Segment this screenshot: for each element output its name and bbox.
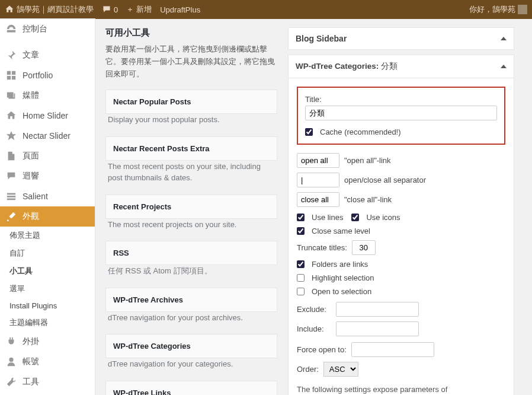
widget-item-title: RSS — [106, 241, 277, 265]
openall-label: "open all"-link — [344, 156, 391, 165]
separator-label: open/close all separator — [344, 176, 426, 184]
widget-form: Title: Cache (recommended!) "open all"-l… — [289, 78, 514, 395]
sidebar-panel-column: Blog Sidebar WP-dTree Categories: 分類 Tit… — [288, 27, 514, 395]
folderslinks-label: Folders are links — [312, 260, 368, 269]
home-icon — [5, 5, 14, 14]
order-label: Order: — [297, 365, 319, 374]
widget-instance-panel: WP-dTree Categories: 分類 Title: Cache (re… — [288, 55, 514, 395]
openall-input[interactable] — [297, 153, 339, 168]
blog-sidebar-header[interactable]: Blog Sidebar — [289, 28, 514, 49]
folderslinks-checkbox[interactable] — [297, 260, 305, 268]
sidebar-item-salient[interactable]: Salient — [0, 186, 95, 206]
widget-item[interactable]: Nectar Popular Posts — [105, 90, 277, 114]
sidebar-item-settings[interactable]: 設定 — [0, 392, 95, 395]
useicons-checkbox[interactable] — [351, 214, 359, 221]
widget-item[interactable]: Recent Projects — [105, 195, 277, 219]
plug-icon — [6, 336, 17, 347]
comments-link[interactable]: 0 — [102, 5, 118, 14]
separator-input[interactable] — [297, 173, 339, 187]
widget-instance-title: 分類 — [381, 62, 398, 71]
sidebar-item-plugins[interactable]: 外掛 — [0, 332, 95, 352]
include-input[interactable] — [336, 321, 419, 336]
page-icon — [6, 151, 17, 161]
sidebar-item-users[interactable]: 帳號 — [0, 352, 95, 372]
sidebar-item-media[interactable]: 媒體 — [0, 85, 95, 106]
highlight-label: Highlight selection — [312, 273, 374, 282]
avatar — [518, 5, 527, 14]
sidebar-item-portfolio[interactable]: Portfolio — [0, 65, 95, 85]
widget-item[interactable]: RSS — [105, 241, 277, 265]
blog-sidebar-panel: Blog Sidebar — [288, 27, 514, 50]
updraft-link[interactable]: UpdraftPlus — [160, 5, 200, 14]
closesame-checkbox[interactable] — [297, 227, 305, 235]
closeall-label: "close all"-link — [344, 195, 392, 204]
highlight-box: Title: Cache (recommended!) — [297, 87, 505, 145]
sidebar-item-comments[interactable]: 迴響 — [0, 166, 95, 186]
widget-item-title: Nectar Recent Posts Extra — [106, 137, 277, 160]
opensel-label: Open to selection — [312, 287, 371, 296]
cache-label: Cache (recommended!) — [320, 128, 401, 136]
widget-item-title: WP-dTree Categories — [106, 335, 277, 358]
grid-icon — [6, 70, 17, 81]
order-select[interactable]: ASC — [323, 362, 358, 377]
media-icon — [6, 90, 17, 101]
widget-item-title: Recent Projects — [106, 195, 277, 218]
widget-item-title: Nectar Popular Posts — [106, 90, 277, 113]
sidebar-item-nectarslider[interactable]: Nectar Slider — [0, 126, 95, 146]
sidebar-item-dashboard[interactable]: 控制台 — [0, 19, 95, 39]
pin-icon — [6, 50, 17, 60]
blog-sidebar-title: Blog Sidebar — [296, 34, 347, 43]
widget-instance-header[interactable]: WP-dTree Categories: 分類 — [289, 55, 514, 78]
truncate-input[interactable] — [352, 240, 376, 255]
caret-up-icon — [501, 37, 507, 40]
content-area: 可用小工具 要啟用某一個小工具，將它拖曳到側邊欄或點擊它。要停用某一個小工具及刪… — [95, 19, 525, 395]
greeting[interactable]: 你好，鵠學苑 — [469, 4, 527, 15]
sidebar-sub-widgets[interactable]: 小工具 — [0, 262, 95, 280]
widget-item-title: WP-dTree Archives — [106, 288, 277, 311]
add-new-label: 新增 — [136, 4, 152, 15]
sidebar-item-homeslider[interactable]: Home Slider — [0, 106, 95, 126]
opensel-checkbox[interactable] — [297, 288, 305, 295]
sidebar-item-appearance[interactable]: 外觀 — [0, 206, 95, 227]
sidebar-sub-editor[interactable]: 主題編輯器 — [0, 314, 95, 332]
widget-item[interactable]: WP-dTree Categories — [105, 334, 277, 358]
home-icon — [6, 110, 17, 121]
widget-item[interactable]: Nectar Recent Posts Extra — [105, 136, 277, 161]
uselines-checkbox[interactable] — [297, 214, 305, 221]
widget-item[interactable]: WP-dTree Links — [105, 381, 277, 395]
available-widgets-desc: 要啟用某一個小工具，將它拖曳到側邊欄或點擊它。要停用某一個小工具及刪除其設定，將… — [105, 43, 277, 80]
sidebar-sub-themes[interactable]: 佈景主題 — [0, 227, 95, 244]
admin-bar: 鵠學苑｜網頁設計教學 0 ＋ 新增 UpdraftPlus 你好，鵠學苑 — [0, 0, 532, 19]
useicons-label: Use icons — [366, 213, 400, 222]
user-icon — [6, 356, 17, 367]
comments-count: 0 — [114, 5, 118, 14]
widget-item-desc: The most recent posts on your site, incl… — [105, 161, 277, 195]
sidebar-sub-menus[interactable]: 選單 — [0, 280, 95, 298]
title-input[interactable] — [305, 106, 497, 120]
widget-item-desc: 任何 RSS 或 Atom 訂閱項目。 — [105, 265, 277, 288]
admin-sidebar: 控制台 文章 Portfolio 媒體 Home Slider Nectar S… — [0, 19, 95, 395]
footnote: The following settings expose parameters… — [297, 384, 505, 395]
forceopen-input[interactable] — [351, 342, 434, 357]
exclude-input[interactable] — [336, 302, 419, 317]
highlight-checkbox[interactable] — [297, 274, 305, 282]
truncate-label: Truncate titles: — [297, 243, 347, 252]
new-link[interactable]: ＋ 新增 — [126, 4, 152, 15]
sidebar-sub-customize[interactable]: 自訂 — [0, 244, 95, 262]
include-label: Include: — [297, 324, 331, 333]
caret-up-icon — [501, 65, 507, 68]
sidebar-item-tools[interactable]: 工具 — [0, 372, 95, 392]
closeall-input[interactable] — [297, 192, 339, 207]
sidebar-sub-installplugins[interactable]: Install Plugins — [0, 298, 95, 314]
widget-item[interactable]: WP-dTree Archives — [105, 288, 277, 312]
sidebar-item-pages[interactable]: 頁面 — [0, 146, 95, 166]
wrench-icon — [6, 377, 17, 387]
sidebar-item-posts[interactable]: 文章 — [0, 45, 95, 65]
site-title: 鵠學苑｜網頁設計教學 — [17, 4, 94, 15]
dashboard-icon — [6, 24, 17, 34]
site-link[interactable]: 鵠學苑｜網頁設計教學 — [5, 4, 94, 15]
widget-item-desc: dTree navigation for your categories. — [105, 358, 277, 381]
cache-checkbox[interactable] — [305, 128, 313, 136]
star-icon — [6, 130, 17, 141]
plus-icon: ＋ — [126, 4, 134, 15]
